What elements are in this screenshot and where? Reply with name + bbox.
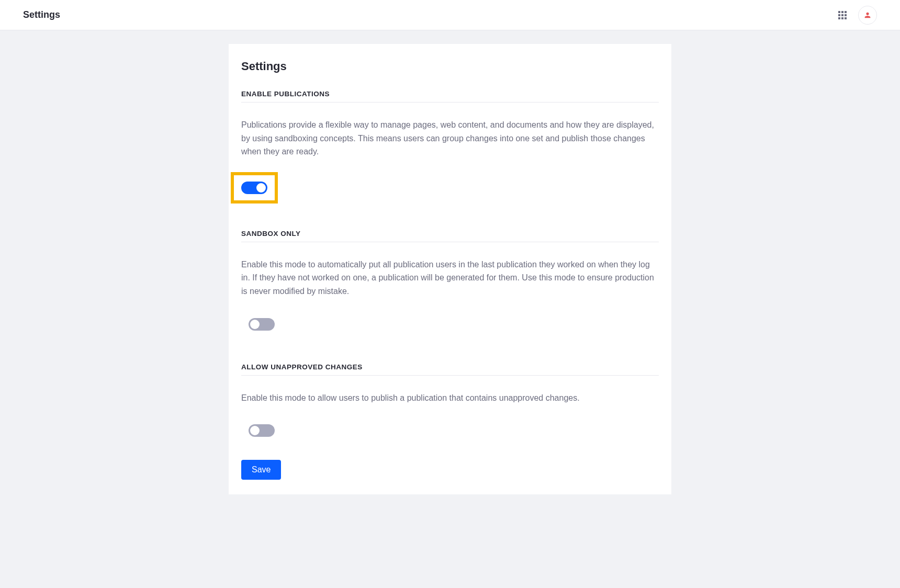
- section-header: ENABLE PUBLICATIONS: [241, 90, 659, 103]
- apps-grid-icon[interactable]: [838, 11, 847, 19]
- settings-card: Settings ENABLE PUBLICATIONS Publication…: [229, 44, 671, 494]
- toggle-knob: [250, 320, 260, 329]
- enable-publications-toggle[interactable]: [241, 182, 267, 194]
- section-enable-publications: ENABLE PUBLICATIONS Publications provide…: [241, 90, 659, 206]
- header-title: Settings: [23, 9, 60, 20]
- section-description: Enable this mode to automatically put al…: [241, 258, 659, 298]
- header-actions: [838, 6, 877, 25]
- section-header: SANDBOX ONLY: [241, 230, 659, 242]
- toggle-wrap: [241, 312, 282, 337]
- section-allow-unapproved: ALLOW UNAPPROVED CHANGES Enable this mod…: [241, 363, 659, 446]
- card-title: Settings: [241, 60, 659, 73]
- person-icon: [863, 11, 872, 19]
- allow-unapproved-toggle[interactable]: [249, 424, 275, 437]
- main-container: Settings ENABLE PUBLICATIONS Publication…: [0, 30, 900, 515]
- header-bar: Settings: [0, 0, 900, 30]
- toggle-wrap: [241, 418, 282, 443]
- save-button[interactable]: Save: [241, 460, 281, 480]
- toggle-knob: [250, 426, 260, 435]
- toggle-knob: [256, 183, 266, 193]
- toggle-highlight-box: [231, 172, 278, 203]
- sandbox-only-toggle[interactable]: [249, 318, 275, 331]
- avatar[interactable]: [858, 6, 877, 25]
- section-description: Enable this mode to allow users to publi…: [241, 391, 659, 405]
- section-sandbox-only: SANDBOX ONLY Enable this mode to automat…: [241, 230, 659, 339]
- section-header: ALLOW UNAPPROVED CHANGES: [241, 363, 659, 376]
- section-description: Publications provide a flexible way to m…: [241, 118, 659, 159]
